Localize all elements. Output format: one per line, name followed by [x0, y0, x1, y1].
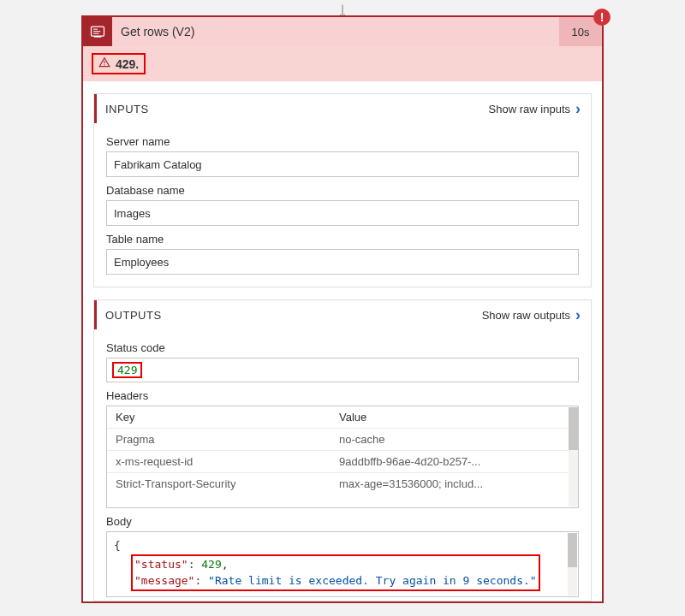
sql-icon: [83, 17, 112, 46]
headers-scrollbar[interactable]: [569, 407, 578, 506]
error-code-highlight: 429.: [92, 53, 146, 74]
error-code-text: 429.: [116, 57, 139, 71]
action-header[interactable]: Get rows (V2) 10s: [83, 17, 602, 46]
svg-rect-6: [104, 64, 104, 65]
svg-rect-5: [104, 61, 104, 63]
table-name-label: Table name: [106, 233, 579, 246]
error-strip: 429.: [83, 46, 602, 81]
body-label: Body: [106, 515, 579, 528]
headers-col-key: Key: [116, 411, 339, 424]
action-title: Get rows (V2): [112, 25, 559, 38]
chevron-right-icon[interactable]: ›: [575, 101, 581, 116]
scrollbar-thumb[interactable]: [568, 533, 577, 567]
table-row: x-ms-request-id 9addbffb-96ae-4d20-b257-…: [107, 450, 578, 472]
error-badge-icon: !: [593, 9, 611, 26]
svg-rect-3: [93, 31, 100, 32]
json-brace: {: [114, 539, 121, 552]
database-name-field[interactable]: [106, 200, 579, 226]
svg-rect-2: [93, 29, 98, 30]
server-name-label: Server name: [106, 135, 579, 148]
body-json-highlight: "status": 429, "message": "Rate limit is…: [131, 554, 540, 591]
chevron-right-icon[interactable]: ›: [575, 307, 581, 323]
scrollbar-thumb[interactable]: [569, 407, 578, 450]
table-row: Pragma no-cache: [107, 428, 578, 450]
svg-rect-1: [94, 36, 101, 38]
server-name-field[interactable]: [106, 151, 579, 177]
inputs-panel-header: INPUTS Show raw inputs ›: [94, 94, 591, 123]
run-history-canvas: ↓ ! Get rows (V2) 10s: [0, 0, 685, 616]
database-name-label: Database name: [106, 184, 579, 197]
action-card: ! Get rows (V2) 10s 429.: [81, 15, 604, 603]
svg-rect-4: [93, 33, 99, 34]
status-code-value: 429: [112, 362, 142, 378]
body-json-box: { "status": 429, "message": "Rate limit …: [106, 531, 579, 597]
warning-icon: [98, 56, 110, 71]
headers-col-value: Value: [339, 411, 563, 424]
headers-table: Key Value Pragma no-cache x-ms-request-i…: [106, 406, 579, 508]
outputs-panel-header: OUTPUTS Show raw outputs ›: [94, 300, 591, 329]
headers-label: Headers: [106, 389, 579, 402]
status-code-field: 429: [106, 358, 579, 382]
table-row: Strict-Transport-Security max-age=315360…: [107, 472, 578, 495]
status-code-label: Status code: [106, 341, 579, 354]
outputs-heading: OUTPUTS: [105, 309, 482, 322]
inputs-heading: INPUTS: [105, 103, 489, 116]
table-name-field[interactable]: [106, 249, 579, 275]
show-raw-outputs-link[interactable]: Show raw outputs: [482, 309, 570, 322]
body-scrollbar[interactable]: [568, 533, 577, 595]
headers-table-head: Key Value: [107, 406, 578, 428]
inputs-panel: INPUTS Show raw inputs › Server name Dat…: [93, 93, 592, 287]
show-raw-inputs-link[interactable]: Show raw inputs: [489, 103, 570, 116]
outputs-panel: OUTPUTS Show raw outputs › Status code 4…: [93, 299, 592, 601]
